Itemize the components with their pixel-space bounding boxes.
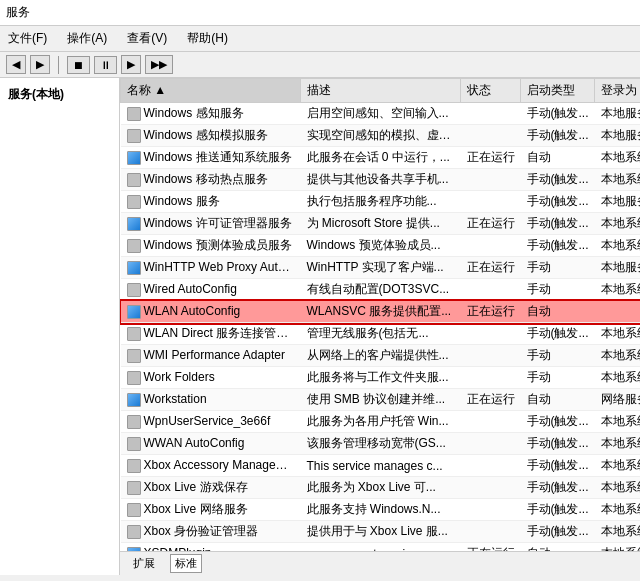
table-row[interactable]: WWAN AutoConfig该服务管理移动宽带(GS...手动(触发...本地… xyxy=(121,433,641,455)
cell-name: Work Folders xyxy=(121,367,301,389)
cell-status xyxy=(461,521,521,543)
col-header-status[interactable]: 状态 xyxy=(461,79,521,103)
cell-status: 正在运行 xyxy=(461,301,521,323)
cell-startup: 手动(触发... xyxy=(521,455,595,477)
cell-login: 本地服务 xyxy=(595,191,641,213)
col-header-startup[interactable]: 启动类型 xyxy=(521,79,595,103)
cell-desc: 启用空间感知、空间输入... xyxy=(301,103,461,125)
main-layout: 服务(本地) 名称 ▲ 描述 状态 启动类型 登录为 Windows 感知服务启… xyxy=(0,78,640,575)
cell-desc: Windows 预览体验成员... xyxy=(301,235,461,257)
cell-name: Windows 感知服务 xyxy=(121,103,301,125)
cell-name: Xbox Live 游戏保存 xyxy=(121,477,301,499)
cell-startup: 手动(触发... xyxy=(521,477,595,499)
col-header-login[interactable]: 登录为 xyxy=(595,79,641,103)
cell-startup: 手动(触发... xyxy=(521,235,595,257)
cell-startup: 手动(触发... xyxy=(521,191,595,213)
cell-status: 正在运行 xyxy=(461,213,521,235)
cell-login: 本地服务 xyxy=(595,103,641,125)
table-row[interactable]: WMI Performance Adapter从网络上的客户端提供性...手动本… xyxy=(121,345,641,367)
service-icon xyxy=(127,261,141,275)
table-row[interactable]: Xbox 身份验证管理器提供用于与 Xbox Live 服...手动(触发...… xyxy=(121,521,641,543)
table-row[interactable]: WLAN AutoConfigWLANSVC 服务提供配置...正在运行自动 xyxy=(121,301,641,323)
title-bar: 服务 xyxy=(0,0,640,26)
table-row[interactable]: Windows 移动热点服务提供与其他设备共享手机...手动(触发...本地系统 xyxy=(121,169,641,191)
menu-item-2[interactable]: 查看(V) xyxy=(123,28,171,49)
cell-name: Wired AutoConfig xyxy=(121,279,301,301)
cell-desc: This service manages c... xyxy=(301,455,461,477)
cell-login xyxy=(595,301,641,323)
cell-name: Windows 服务 xyxy=(121,191,301,213)
table-row[interactable]: Xbox Accessory Management Ser...This ser… xyxy=(121,455,641,477)
cell-login: 本地系统 xyxy=(595,521,641,543)
cell-status xyxy=(461,433,521,455)
service-icon xyxy=(127,173,141,187)
service-icon xyxy=(127,239,141,253)
toolbar-btn-play[interactable]: ▶ xyxy=(121,55,141,74)
cell-status: 正在运行 xyxy=(461,147,521,169)
cell-desc: 此服务为 Xbox Live 可... xyxy=(301,477,461,499)
table-row[interactable]: Windows 感知模拟服务实现空间感知的模拟、虚拟...手动(触发...本地服… xyxy=(121,125,641,147)
cell-status xyxy=(461,191,521,213)
table-row[interactable]: WpnUserService_3e66f此服务为各用户托管 Win...手动(触… xyxy=(121,411,641,433)
toolbar-btn-pause[interactable]: ⏸ xyxy=(94,56,117,74)
cell-startup: 自动 xyxy=(521,147,595,169)
toolbar-btn-back[interactable]: ◀ xyxy=(6,55,26,74)
cell-login: 本地服务 xyxy=(595,257,641,279)
service-table: 名称 ▲ 描述 状态 启动类型 登录为 Windows 感知服务启用空间感知、空… xyxy=(120,78,640,551)
tab-extended[interactable]: 扩展 xyxy=(128,554,160,573)
cell-login: 本地系统 xyxy=(595,345,641,367)
toolbar-btn-stop[interactable]: ⏹ xyxy=(67,56,90,74)
cell-startup: 手动(触发... xyxy=(521,125,595,147)
table-row[interactable]: Xbox Live 网络服务此服务支持 Windows.N...手动(触发...… xyxy=(121,499,641,521)
cell-login: 本地系统 xyxy=(595,433,641,455)
service-icon xyxy=(127,217,141,231)
table-row[interactable]: WinHTTP Web Proxy Auto-Discove...WinHTTP… xyxy=(121,257,641,279)
table-row[interactable]: Wired AutoConfig有线自动配置(DOT3SVC...手动本地系统 xyxy=(121,279,641,301)
cell-login: 本地系统 xyxy=(595,279,641,301)
service-icon xyxy=(127,393,141,407)
service-icon xyxy=(127,525,141,539)
table-row[interactable]: Windows 推送通知系统服务此服务在会话 0 中运行，...正在运行自动本地… xyxy=(121,147,641,169)
table-scroll[interactable]: 名称 ▲ 描述 状态 启动类型 登录为 Windows 感知服务启用空间感知、空… xyxy=(120,78,640,551)
cell-startup: 手动 xyxy=(521,279,595,301)
cell-status: 正在运行 xyxy=(461,257,521,279)
col-header-desc[interactable]: 描述 xyxy=(301,79,461,103)
table-row[interactable]: Work Folders此服务将与工作文件夹服...手动本地系统 xyxy=(121,367,641,389)
cell-startup: 手动(触发... xyxy=(521,103,595,125)
table-row[interactable]: Windows 许可证管理器服务为 Microsoft Store 提供...正… xyxy=(121,213,641,235)
cell-desc: 从网络上的客户端提供性... xyxy=(301,345,461,367)
status-bar: 扩展 标准 xyxy=(120,551,640,575)
menu-item-0[interactable]: 文件(F) xyxy=(4,28,51,49)
menu-item-1[interactable]: 操作(A) xyxy=(63,28,111,49)
toolbar-btn-forward[interactable]: ▶ xyxy=(30,55,50,74)
cell-login: 网络服务 xyxy=(595,389,641,411)
cell-name: Windows 许可证管理器服务 xyxy=(121,213,301,235)
cell-status xyxy=(461,125,521,147)
table-row[interactable]: Windows 感知服务启用空间感知、空间输入...手动(触发...本地服务 xyxy=(121,103,641,125)
cell-login: 本地系统 xyxy=(595,147,641,169)
toolbar-btn-fast-forward[interactable]: ▶▶ xyxy=(145,55,173,74)
cell-name: Windows 感知模拟服务 xyxy=(121,125,301,147)
cell-status xyxy=(461,477,521,499)
table-row[interactable]: Xbox Live 游戏保存此服务为 Xbox Live 可...手动(触发..… xyxy=(121,477,641,499)
cell-name: XSDMPlugin xyxy=(121,543,301,552)
cell-name: Windows 预测体验成员服务 xyxy=(121,235,301,257)
app-title: 服务 xyxy=(6,4,30,21)
cell-desc: 该服务管理移动宽带(GS... xyxy=(301,433,461,455)
cell-desc: 此服务支持 Windows.N... xyxy=(301,499,461,521)
tab-standard[interactable]: 标准 xyxy=(170,554,202,573)
table-row[interactable]: Workstation使用 SMB 协议创建并维...正在运行自动网络服务 xyxy=(121,389,641,411)
service-icon xyxy=(127,503,141,517)
cell-status xyxy=(461,367,521,389)
cell-login: 本地系统 xyxy=(595,169,641,191)
cell-name: WMI Performance Adapter xyxy=(121,345,301,367)
service-icon xyxy=(127,415,141,429)
table-row[interactable]: WLAN Direct 服务连接管理器服务管理无线服务(包括无...手动(触发.… xyxy=(121,323,641,345)
table-row[interactable]: XSDMPluginmanagement service o...正在运行自动本… xyxy=(121,543,641,552)
menu-item-3[interactable]: 帮助(H) xyxy=(183,28,232,49)
menu-bar: 文件(F)操作(A)查看(V)帮助(H) xyxy=(0,26,640,52)
col-header-name[interactable]: 名称 ▲ xyxy=(121,79,301,103)
cell-login: 本地系统 xyxy=(595,367,641,389)
table-row[interactable]: Windows 服务执行包括服务程序功能...手动(触发...本地服务 xyxy=(121,191,641,213)
table-row[interactable]: Windows 预测体验成员服务Windows 预览体验成员...手动(触发..… xyxy=(121,235,641,257)
